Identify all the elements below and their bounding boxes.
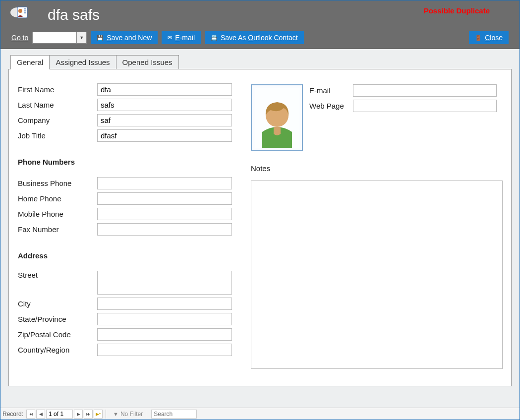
contact-web-fields: E-mail Web Page — [309, 84, 497, 115]
goto-label[interactable]: Go to — [11, 34, 28, 42]
fax-label: Fax Number — [18, 225, 97, 234]
country-label: Country/Region — [18, 346, 97, 354]
close-button[interactable]: 🚪 Close — [469, 31, 509, 44]
zip-input[interactable] — [97, 328, 232, 341]
last-name-input[interactable] — [97, 99, 232, 111]
contact-photo[interactable] — [251, 84, 303, 151]
web-page-input[interactable] — [353, 100, 497, 112]
toolbar: Go to ▼ 💾 Save and New ✉ E-mail 📇 Save A… — [11, 31, 509, 44]
first-name-label: First Name — [18, 85, 97, 94]
door-exit-icon: 🚪 — [475, 35, 482, 41]
email-input[interactable] — [353, 84, 497, 97]
first-name-input[interactable] — [97, 83, 232, 96]
email-label: E-mail — [309, 86, 353, 95]
zip-label: Zip/Postal Code — [18, 330, 97, 339]
notes-label: Notes — [251, 164, 270, 173]
header-bar: dfa safs Possible Duplicate Go to ▼ 💾 Sa… — [0, 0, 520, 49]
record-position-input[interactable] — [46, 410, 73, 419]
web-page-label: Web Page — [309, 102, 353, 110]
job-title-label: Job Title — [18, 131, 97, 140]
filter-segment[interactable]: ▼ No Filter — [113, 411, 143, 418]
goto-select-wrap: ▼ — [32, 32, 87, 44]
filter-icon: ▼ — [113, 411, 118, 417]
city-input[interactable] — [97, 298, 232, 310]
country-input[interactable] — [97, 344, 232, 356]
street-label: Street — [18, 271, 97, 279]
envelope-icon: ✉ — [168, 35, 172, 41]
tab-assigned-issues[interactable]: Assigned Issues — [49, 55, 116, 69]
status-bar: Record: ⏮ ◀ ▶ ⏭ ▶* ▼ No Filter — [0, 408, 520, 420]
fax-input[interactable] — [97, 223, 232, 236]
nav-last-icon[interactable]: ⏭ — [84, 410, 93, 419]
tab-opened-issues[interactable]: Opened Issues — [116, 55, 179, 69]
no-filter-label: No Filter — [120, 411, 143, 418]
mobile-phone-label: Mobile Phone — [18, 210, 97, 218]
nav-new-icon[interactable]: ▶* — [94, 410, 103, 419]
business-phone-input[interactable] — [97, 177, 232, 189]
photo-column — [251, 84, 303, 151]
record-label: Record: — [2, 411, 23, 418]
save-icon: 💾 — [97, 35, 104, 41]
business-phone-label: Business Phone — [18, 179, 97, 187]
last-name-label: Last Name — [18, 101, 97, 109]
separator — [106, 410, 106, 419]
duplicate-warning: Possible Duplicate — [424, 6, 490, 15]
job-title-input[interactable] — [97, 129, 232, 142]
page-title: dfa safs — [48, 6, 100, 23]
notes-input[interactable] — [251, 180, 503, 369]
save-outlook-button[interactable]: 📇 Save As Outlook Contact — [205, 31, 304, 44]
svg-point-2 — [18, 9, 22, 13]
home-phone-input[interactable] — [97, 192, 232, 205]
tabs: General Assigned Issues Opened Issues — [10, 55, 512, 69]
mobile-phone-input[interactable] — [97, 208, 232, 220]
state-input[interactable] — [97, 313, 232, 325]
nav-next-icon[interactable]: ▶ — [74, 410, 83, 419]
nav-first-icon[interactable]: ⏮ — [26, 410, 35, 419]
separator — [146, 410, 146, 419]
save-and-new-button[interactable]: 💾 Save and New — [91, 31, 158, 44]
home-phone-label: Home Phone — [18, 194, 97, 203]
state-label: State/Province — [18, 315, 97, 323]
contact-card-icon — [10, 5, 29, 19]
tab-general[interactable]: General — [10, 55, 50, 69]
city-label: City — [18, 300, 97, 308]
outlook-icon: 📇 — [211, 35, 218, 41]
nav-prev-icon[interactable]: ◀ — [36, 410, 45, 419]
company-label: Company — [18, 116, 97, 124]
search-input[interactable] — [151, 410, 197, 419]
tab-content-general: First Name Last Name Company Job Title P… — [8, 69, 512, 386]
goto-select[interactable] — [32, 32, 87, 44]
company-input[interactable] — [97, 114, 232, 126]
email-button[interactable]: ✉ E-mail — [162, 31, 201, 44]
content-area: General Assigned Issues Opened Issues Fi… — [0, 49, 520, 408]
street-input[interactable] — [97, 271, 232, 295]
